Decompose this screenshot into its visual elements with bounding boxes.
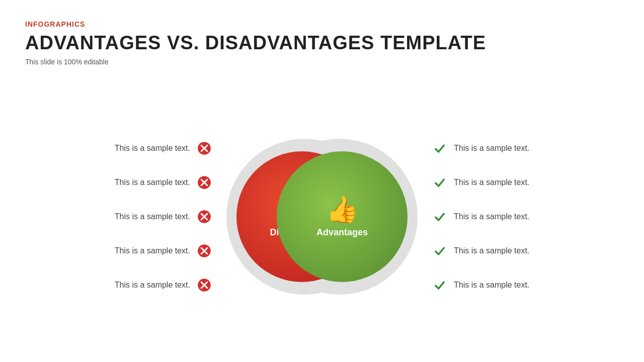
content-area: This is a sample text. This is a sample …	[25, 81, 619, 352]
list-item: This is a sample text.	[115, 268, 211, 302]
advantages-list: This is a sample text. This is a sample …	[433, 131, 529, 302]
x-icon-4	[197, 278, 211, 292]
x-icon-2	[197, 210, 211, 224]
list-item: This is a sample text.	[115, 165, 211, 200]
disadvantage-text-3: This is a sample text.	[115, 246, 190, 255]
list-item: This is a sample text.	[433, 234, 529, 268]
list-item: This is a sample text.	[433, 165, 529, 200]
advantage-text-0: This is a sample text.	[454, 144, 529, 153]
disadvantage-text-0: This is a sample text.	[115, 144, 190, 153]
list-item: This is a sample text.	[433, 131, 529, 165]
x-icon-0	[197, 141, 211, 155]
advantages-circle: 👍 Advantages	[277, 151, 408, 282]
list-item: This is a sample text.	[115, 200, 211, 234]
disadvantage-text-1: This is a sample text.	[115, 178, 190, 187]
venn-diagram: 👎 Disadvantages 👍 Advantages	[221, 121, 423, 312]
category-label: Infographics	[25, 20, 619, 28]
list-item: This is a sample text.	[115, 234, 211, 268]
list-item: This is a sample text.	[433, 268, 529, 302]
x-icon-1	[197, 175, 211, 190]
main-title: ADVANTAGES VS. DISADVANTAGES TEMPLATE	[25, 32, 619, 54]
slide: Infographics ADVANTAGES VS. DISADVANTAGE…	[0, 0, 644, 362]
check-icon-1	[433, 175, 447, 190]
check-icon-2	[433, 210, 447, 224]
advantage-text-3: This is a sample text.	[454, 246, 529, 255]
advantage-text-4: This is a sample text.	[454, 281, 529, 290]
list-item: This is a sample text.	[433, 200, 529, 234]
check-icon-0	[433, 141, 447, 155]
list-item: This is a sample text.	[115, 131, 211, 165]
advantages-label: Advantages	[316, 227, 368, 238]
disadvantage-text-4: This is a sample text.	[115, 281, 190, 290]
x-icon-3	[197, 244, 211, 258]
check-icon-3	[433, 244, 447, 258]
thumbs-up-icon: 👍	[326, 196, 359, 222]
subtitle: This slide is 100% editable	[25, 58, 619, 66]
disadvantage-text-2: This is a sample text.	[115, 212, 190, 221]
advantage-text-1: This is a sample text.	[454, 178, 529, 187]
advantage-text-2: This is a sample text.	[454, 212, 529, 221]
disadvantages-list: This is a sample text. This is a sample …	[115, 131, 211, 302]
check-icon-4	[433, 278, 447, 292]
